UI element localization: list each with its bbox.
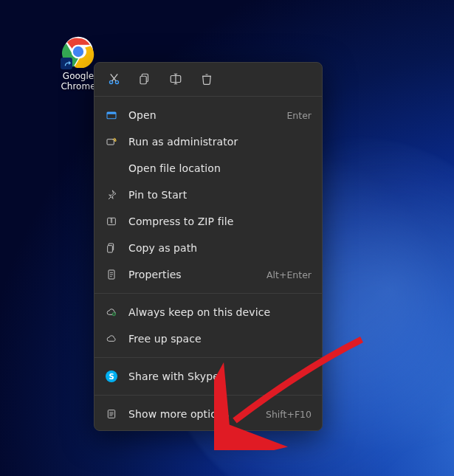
zip-icon xyxy=(105,215,118,228)
menu-item-free-space[interactable]: Free up space xyxy=(94,325,322,352)
cut-icon xyxy=(107,72,121,86)
menu-item-properties[interactable]: Properties Alt+Enter xyxy=(94,261,322,288)
menu-item-label: Copy as path xyxy=(128,242,301,254)
menu-item-label: Properties xyxy=(128,269,256,280)
chrome-icon xyxy=(62,35,94,68)
context-menu-section: Show more options Shift+F10 xyxy=(94,398,322,430)
divider xyxy=(94,395,322,396)
menu-item-label: Share with Skype xyxy=(128,370,301,382)
menu-item-label: Show more options xyxy=(128,408,255,420)
svg-rect-9 xyxy=(107,112,116,114)
copy-button[interactable] xyxy=(136,70,154,88)
menu-item-label: Open file location xyxy=(128,162,301,174)
divider xyxy=(94,96,322,97)
menu-item-compress-zip[interactable]: Compress to ZIP file xyxy=(94,208,322,235)
divider xyxy=(94,293,322,294)
context-menu: Open Enter Run as administrator Open fil… xyxy=(94,62,323,431)
menu-item-label: Free up space xyxy=(128,333,301,345)
menu-item-copy-path[interactable]: Copy as path xyxy=(94,235,322,261)
menu-item-shortcut: Alt+Enter xyxy=(266,269,312,280)
menu-item-shortcut: Enter xyxy=(286,110,312,121)
menu-item-always-keep[interactable]: Always keep on this device xyxy=(94,299,322,325)
menu-item-label: Pin to Start xyxy=(128,189,301,201)
cloud-keep-icon xyxy=(105,306,118,319)
more-icon xyxy=(105,407,118,421)
svg-rect-13 xyxy=(108,246,113,252)
menu-item-label: Compress to ZIP file xyxy=(128,215,301,227)
shortcut-overlay-icon xyxy=(61,58,72,69)
menu-item-run-admin[interactable]: Run as administrator xyxy=(94,128,322,155)
blank-icon xyxy=(105,162,118,175)
menu-item-pin-start[interactable]: Pin to Start xyxy=(94,182,322,208)
cloud-free-icon xyxy=(105,332,118,345)
menu-item-show-more-options[interactable]: Show more options Shift+F10 xyxy=(94,401,322,427)
open-icon xyxy=(105,108,118,122)
menu-item-open-location[interactable]: Open file location xyxy=(94,155,322,182)
menu-item-label: Run as administrator xyxy=(128,136,301,148)
menu-item-label: Always keep on this device xyxy=(128,306,301,318)
copy-icon xyxy=(138,72,151,86)
pin-icon xyxy=(105,188,118,201)
delete-button[interactable] xyxy=(198,70,216,88)
cut-button[interactable] xyxy=(105,70,123,88)
menu-item-open[interactable]: Open Enter xyxy=(94,102,322,128)
menu-item-share-skype[interactable]: S Share with Skype xyxy=(94,363,322,390)
skype-icon: S xyxy=(105,370,118,383)
svg-rect-6 xyxy=(140,76,146,84)
menu-item-shortcut: Shift+F10 xyxy=(266,409,312,420)
copy-path-icon xyxy=(105,241,118,255)
properties-icon xyxy=(105,268,118,281)
context-menu-section: Open Enter Run as administrator Open fil… xyxy=(94,99,322,291)
svg-rect-11 xyxy=(108,218,116,224)
divider xyxy=(94,357,322,358)
rename-button[interactable] xyxy=(167,70,185,88)
context-menu-section: S Share with Skype xyxy=(94,360,322,393)
rename-icon xyxy=(169,72,182,86)
menu-item-label: Open xyxy=(128,109,276,121)
admin-icon xyxy=(105,135,118,148)
context-menu-section: Always keep on this device Free up space xyxy=(94,296,322,355)
delete-icon xyxy=(200,72,213,86)
context-menu-icon-row xyxy=(94,63,322,94)
